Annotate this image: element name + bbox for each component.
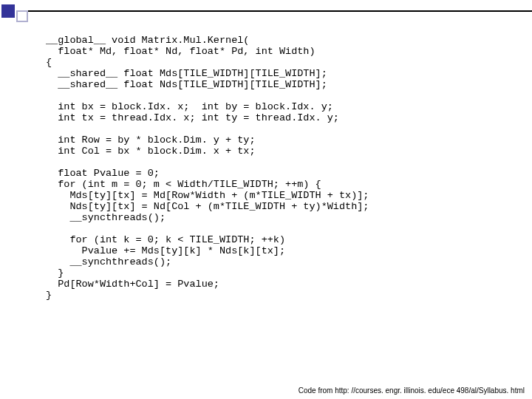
corner-decoration (0, 0, 28, 22)
code-line: { (46, 57, 52, 68)
code-line: Nds[ty][tx] = Nd[Col + (m*TILE_WIDTH + t… (46, 201, 369, 212)
code-line: } (46, 290, 52, 301)
code-line: __global__ void Matrix.Mul.Kernel( (46, 35, 249, 46)
code-line: __syncthreads(); (46, 212, 166, 223)
code-line: Mds[ty][tx] = Md[Row*Width + (m*TILE_WID… (46, 190, 369, 201)
code-line: } (46, 267, 64, 279)
code-line: __synchthreads(); (46, 256, 171, 267)
code-line: int tx = thread.Idx. x; int ty = thread.… (46, 112, 339, 123)
code-line: int bx = block.Idx. x; int by = block.Id… (46, 101, 333, 112)
horizontal-rule (28, 10, 532, 12)
square-outline-icon (16, 10, 28, 22)
code-line: for (int k = 0; k < TILE_WIDTH; ++k) (46, 234, 285, 245)
code-line: for (int m = 0; m < Width/TILE_WIDTH; ++… (46, 179, 321, 190)
code-line: int Row = by * block.Dim. y + ty; (46, 134, 256, 146)
code-line: float* Md, float* Nd, float* Pd, int Wid… (46, 46, 316, 57)
square-solid-icon (1, 4, 15, 18)
code-line: float Pvalue = 0; (46, 168, 160, 179)
code-line: __shared__ float Mds[TILE_WIDTH][TILE_WI… (46, 68, 327, 79)
slide: __global__ void Matrix.Mul.Kernel( float… (0, 0, 532, 399)
code-block: __global__ void Matrix.Mul.Kernel( float… (46, 24, 517, 301)
code-line: Pd[Row*Width+Col] = Pvalue; (46, 279, 219, 290)
source-footnote: Code from http: //courses. engr. illinoi… (299, 386, 525, 395)
code-line: Pvalue += Mds[ty][k] * Nds[k][tx]; (46, 245, 285, 256)
code-line: int Col = bx * block.Dim. x + tx; (46, 146, 256, 157)
code-line: __shared__ float Nds[TILE_WIDTH][TILE_WI… (46, 79, 327, 90)
